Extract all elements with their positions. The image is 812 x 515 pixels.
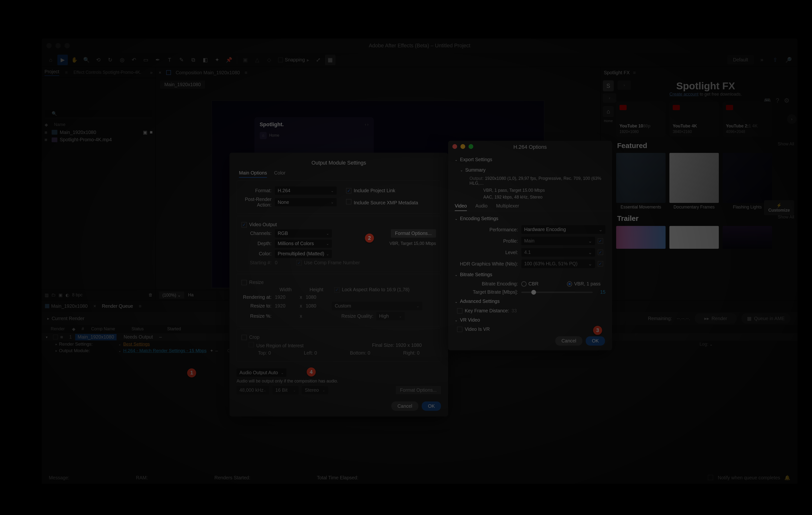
bezier-icon[interactable]: ◇ bbox=[264, 55, 274, 65]
new-comp-icon[interactable]: ▣ bbox=[58, 293, 63, 298]
is-vr-checkbox[interactable] bbox=[457, 327, 463, 332]
resize-checkbox[interactable] bbox=[241, 280, 247, 285]
undo-icon[interactable]: ↶ bbox=[128, 55, 139, 65]
zoom-dropdown[interactable]: (100%) ⌄ bbox=[159, 292, 184, 299]
zoom-tool-icon[interactable]: 🔍 bbox=[81, 55, 91, 65]
audio-channels-dropdown[interactable]: Stereo⌄ bbox=[302, 386, 328, 395]
adjust-icon[interactable]: ◐ bbox=[65, 293, 69, 298]
comp-menu-icon[interactable]: × bbox=[158, 70, 161, 76]
use-comp-frame-checkbox[interactable] bbox=[296, 260, 302, 266]
tab-multiplexer[interactable]: Multiplexer bbox=[496, 203, 519, 211]
close-icon[interactable] bbox=[452, 144, 457, 149]
show-all-link[interactable]: Show All bbox=[778, 141, 794, 150]
color-dropdown[interactable]: Premultiplied (Matted)⌄ bbox=[275, 250, 332, 258]
folder-icon[interactable]: 🗀 bbox=[51, 293, 56, 298]
level-auto-checkbox[interactable] bbox=[598, 250, 603, 255]
tab-color[interactable]: Color bbox=[274, 170, 286, 178]
audio-output-dropdown[interactable]: Audio Output Auto⌄ bbox=[236, 369, 286, 377]
summary-toggle[interactable]: ⌄Summary bbox=[448, 165, 612, 175]
rect-tool-icon[interactable]: ▭ bbox=[140, 55, 151, 65]
maximize-icon[interactable] bbox=[469, 144, 473, 149]
preset-card[interactable]: YouTube 1080p1920×1080 bbox=[616, 102, 666, 137]
add-module-button[interactable]: + bbox=[210, 348, 213, 354]
vr-video-toggle[interactable]: ⌄VR Video bbox=[448, 315, 612, 325]
cancel-button[interactable]: Cancel bbox=[555, 336, 582, 346]
performance-dropdown[interactable]: Hardware Encoding⌄ bbox=[521, 225, 605, 234]
preset-card[interactable]: YouTube 2:1 4K4096×2048 bbox=[723, 102, 772, 137]
snapping-checkbox[interactable] bbox=[278, 57, 283, 62]
minimize-window-icon[interactable] bbox=[56, 43, 61, 48]
resize-preset-dropdown[interactable]: Custom⌄ bbox=[332, 302, 422, 310]
audio-bit-dropdown[interactable]: 16 Bit⌄ bbox=[272, 386, 299, 395]
remove-module-button[interactable]: – bbox=[215, 348, 218, 354]
include-link-checkbox[interactable] bbox=[346, 188, 351, 193]
rotation-tool-icon[interactable]: ↻ bbox=[105, 55, 115, 65]
maximize-window-icon[interactable] bbox=[64, 43, 70, 48]
output-module-link[interactable]: H.264 - Match Render Settings - 15 Mbps bbox=[123, 348, 207, 354]
resolution-dropdown[interactable]: Ha bbox=[188, 293, 194, 298]
ok-button[interactable]: OK bbox=[422, 401, 441, 411]
notify-checkbox[interactable] bbox=[708, 475, 713, 480]
crop-checkbox[interactable] bbox=[241, 335, 247, 340]
tab-timeline-comp[interactable]: Main_1920x1080 bbox=[45, 303, 88, 309]
tab-video[interactable]: Video bbox=[455, 203, 467, 211]
project-item-footage[interactable]: ■ Spotlight-Promo-4K.mp4 bbox=[42, 136, 155, 143]
close-window-icon[interactable] bbox=[46, 43, 52, 48]
post-render-dropdown[interactable]: None⌄ bbox=[275, 198, 337, 206]
render-button[interactable]: ▸▸Render bbox=[695, 313, 736, 324]
puppet-tool-icon[interactable]: 📌 bbox=[224, 55, 234, 65]
ok-button[interactable]: OK bbox=[586, 336, 605, 346]
snap-opts-icon[interactable]: ▸ bbox=[307, 57, 309, 63]
hand-tool-icon[interactable]: ✋ bbox=[69, 55, 80, 65]
workspace-more-icon[interactable]: » bbox=[757, 55, 767, 65]
shape-mode-icon[interactable]: △ bbox=[252, 55, 262, 65]
nav-back-icon[interactable]: ‹ bbox=[603, 93, 616, 103]
resize-quality-dropdown[interactable]: High⌄ bbox=[376, 312, 405, 320]
tab-effect-controls[interactable]: Effect Controls Spotlight-Promo-4K. bbox=[74, 70, 141, 75]
brush-tool-icon[interactable]: ✎ bbox=[176, 55, 186, 65]
advanced-settings-toggle[interactable]: ⌄Advanced Settings bbox=[448, 296, 612, 306]
render-settings-link[interactable]: Best Settings bbox=[123, 342, 150, 347]
bell-icon[interactable]: 🔔 bbox=[784, 475, 790, 481]
tab-main-options[interactable]: Main Options bbox=[239, 170, 267, 178]
fx-home-icon[interactable]: ⌂ bbox=[603, 106, 614, 117]
roto-tool-icon[interactable]: ✦ bbox=[212, 55, 222, 65]
selection-tool-icon[interactable]: ▶ bbox=[57, 55, 68, 65]
format-options-button[interactable]: Format Options... bbox=[391, 229, 436, 238]
project-search-input[interactable] bbox=[45, 110, 152, 118]
profile-auto-checkbox[interactable] bbox=[598, 238, 603, 244]
format-dropdown[interactable]: H.264⌄ bbox=[275, 186, 337, 195]
featured-item[interactable]: Documentary Frames bbox=[669, 153, 719, 210]
mask-mode-icon[interactable]: ▣ bbox=[240, 55, 251, 65]
type-tool-icon[interactable]: T bbox=[164, 55, 175, 65]
queue-ame-button[interactable]: ▦Queue in AME bbox=[742, 313, 790, 324]
use-roi-checkbox[interactable] bbox=[249, 342, 254, 347]
vbr-radio[interactable] bbox=[567, 281, 572, 287]
nav-fwd-icon[interactable]: › bbox=[617, 80, 631, 90]
tab-audio[interactable]: Audio bbox=[475, 203, 488, 211]
hdr-dropdown[interactable]: 100 (63% HLG, 51% PQ)⌄ bbox=[521, 260, 595, 268]
share-icon[interactable]: ⇪ bbox=[770, 55, 780, 65]
pen-tool-icon[interactable]: ✒ bbox=[152, 55, 163, 65]
featured-item[interactable]: Essential Movements bbox=[616, 153, 666, 210]
tab-render-queue[interactable]: Render Queue bbox=[102, 303, 133, 309]
breadcrumb[interactable]: Main_1920x1080 bbox=[160, 80, 205, 88]
trailer-item[interactable] bbox=[669, 226, 719, 249]
profile-dropdown[interactable]: Main⌄ bbox=[521, 237, 595, 245]
cbr-radio[interactable] bbox=[521, 281, 526, 287]
preset-card[interactable]: YouTube 4K3840×2160 bbox=[669, 102, 719, 137]
encoding-settings-toggle[interactable]: ⌄Encoding Settings bbox=[448, 214, 612, 224]
video-output-checkbox[interactable] bbox=[241, 222, 247, 227]
create-account-link[interactable]: Create account bbox=[669, 92, 698, 97]
target-bitrate-slider[interactable] bbox=[521, 292, 592, 293]
level-dropdown[interactable]: 4.1⌄ bbox=[521, 248, 595, 256]
tab-project[interactable]: Project bbox=[45, 69, 59, 76]
export-settings-toggle[interactable]: ⌄Export Settings bbox=[448, 155, 612, 165]
search-icon[interactable]: 🔎 bbox=[783, 55, 793, 65]
grid-icon[interactable]: ▦ bbox=[325, 55, 336, 65]
tab-spotlight-fx[interactable]: Spotlight FX bbox=[604, 70, 630, 76]
lock-ar-checkbox[interactable] bbox=[334, 287, 340, 293]
interpret-icon[interactable]: ▥ bbox=[45, 293, 49, 298]
depth-dropdown[interactable]: Millions of Colors⌄ bbox=[275, 240, 332, 248]
customize-button[interactable]: ⚡Customize bbox=[764, 200, 794, 215]
